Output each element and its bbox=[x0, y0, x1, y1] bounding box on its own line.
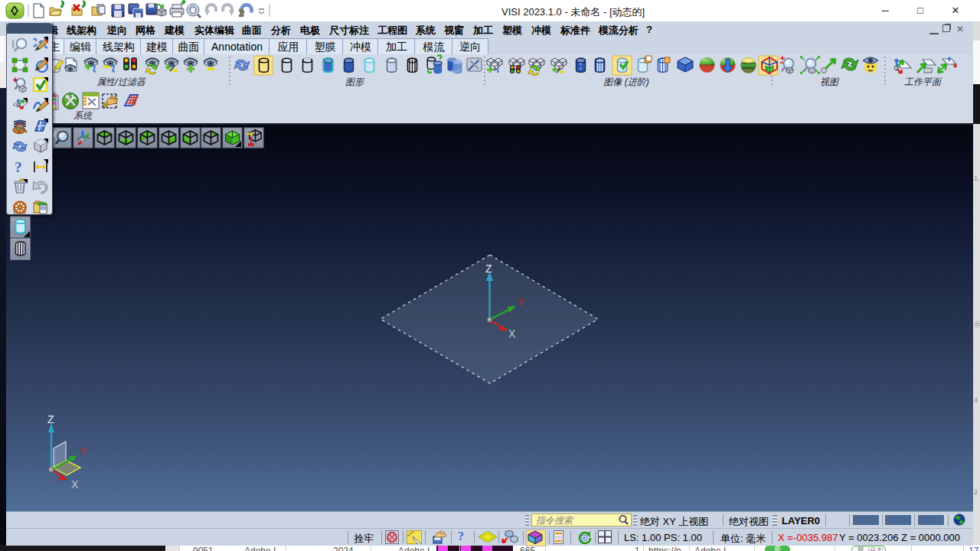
svg-text:视图: 视图 bbox=[820, 77, 840, 87]
svg-text:Z: Z bbox=[47, 413, 54, 425]
svg-text:X: X bbox=[508, 328, 516, 340]
svg-text:?: ? bbox=[15, 159, 22, 175]
svg-text:Y: Y bbox=[80, 445, 87, 458]
svg-text:Y: Y bbox=[518, 296, 525, 308]
svg-text:属性/过滤器: 属性/过滤器 bbox=[96, 77, 145, 87]
svg-text:系统: 系统 bbox=[74, 110, 93, 121]
svg-text:X: X bbox=[71, 478, 79, 491]
svg-text:图像 (进阶): 图像 (进阶) bbox=[603, 77, 648, 87]
svg-text:Z: Z bbox=[485, 262, 492, 275]
svg-text:图形: 图形 bbox=[345, 77, 364, 87]
svg-text:工作平面: 工作平面 bbox=[904, 77, 942, 87]
